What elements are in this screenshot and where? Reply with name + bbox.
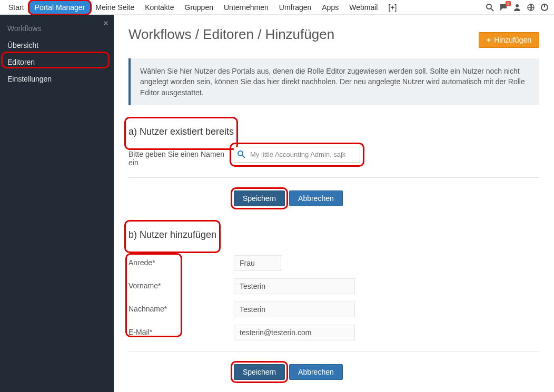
top-icon-group: 1 <box>486 3 551 12</box>
search-label: Bitte geben Sie einen Namen ein <box>128 147 234 167</box>
page-title: Workflows / Editoren / Hinzufügen <box>128 26 539 43</box>
anrede-label: Anrede* <box>128 255 234 267</box>
divider <box>128 177 539 178</box>
section-a-head: a) Nutzer existiert bereits <box>128 126 234 137</box>
add-button[interactable]: +Hinzufügen <box>479 32 539 48</box>
nav-webmail[interactable]: Webmail <box>344 1 383 14</box>
power-icon[interactable] <box>540 3 549 12</box>
svg-line-7 <box>242 155 245 158</box>
top-nav: Start Portal Manager Meine Seite Kontakt… <box>0 0 554 15</box>
email-input[interactable] <box>234 325 355 340</box>
nav-kontakte[interactable]: Kontakte <box>140 1 179 14</box>
globe-icon[interactable] <box>527 3 535 12</box>
section-b-head: b) Nutzer hinzufügen <box>128 229 216 240</box>
nachname-input[interactable] <box>234 301 355 317</box>
chat-icon[interactable]: 1 <box>499 3 508 12</box>
nav-more[interactable]: [+] <box>383 1 402 14</box>
main-content: Workflows / Editoren / Hinzufügen +Hinzu… <box>114 15 554 392</box>
divider <box>128 351 539 351</box>
nav-unternehmen[interactable]: Unternehmen <box>219 1 274 14</box>
row-anrede: Anrede* <box>128 255 539 271</box>
nav-gruppen[interactable]: Gruppen <box>180 1 219 14</box>
close-icon[interactable]: × <box>103 18 108 29</box>
sidebar-item-einstellungen[interactable]: Einstellungen <box>0 71 114 87</box>
user-icon[interactable] <box>513 3 521 12</box>
save-button-a[interactable]: Speichern <box>234 190 285 206</box>
sidebar: × Workflows Übersicht Editoren Einstellu… <box>0 15 114 392</box>
vorname-label: Vorname* <box>128 278 234 290</box>
search-icon[interactable] <box>486 3 494 12</box>
vorname-input[interactable] <box>234 278 355 294</box>
row-vorname: Vorname* <box>128 278 539 294</box>
svg-line-1 <box>491 8 493 11</box>
sidebar-item-editoren[interactable]: Editoren <box>0 54 114 71</box>
sidebar-section-title: Workflows <box>0 15 114 37</box>
row-search: Bitte geben Sie einen Namen ein <box>128 147 539 167</box>
search-field-icon <box>237 150 245 158</box>
nav-apps[interactable]: Apps <box>316 1 344 14</box>
chat-badge: 1 <box>506 1 511 6</box>
row-nachname: Nachname* <box>128 301 539 317</box>
top-nav-items: Start Portal Manager Meine Seite Kontakt… <box>3 1 402 14</box>
add-button-label: Hinzufügen <box>494 36 531 44</box>
info-box: Wählen Sie hier Nutzer des Portals aus, … <box>128 58 539 105</box>
nav-start[interactable]: Start <box>3 1 29 14</box>
cancel-button-b[interactable]: Abbrechen <box>289 364 343 380</box>
svg-point-6 <box>238 151 243 156</box>
svg-point-0 <box>487 4 491 9</box>
nav-meine-seite[interactable]: Meine Seite <box>90 1 140 14</box>
nav-umfragen[interactable]: Umfragen <box>274 1 316 14</box>
svg-point-2 <box>516 4 519 7</box>
nachname-label: Nachname* <box>128 301 234 313</box>
cancel-button-a[interactable]: Abbrechen <box>289 190 343 206</box>
row-email: E-Mail* <box>128 325 539 340</box>
email-label: E-Mail* <box>128 325 234 336</box>
save-button-b[interactable]: Speichern <box>234 364 285 380</box>
user-search-input[interactable] <box>234 147 360 163</box>
plus-icon: + <box>487 36 491 44</box>
nav-portal-manager[interactable]: Portal Manager <box>29 1 91 14</box>
sidebar-item-uebersicht[interactable]: Übersicht <box>0 37 114 54</box>
anrede-input[interactable] <box>234 255 281 271</box>
user-search-wrap <box>234 147 360 163</box>
